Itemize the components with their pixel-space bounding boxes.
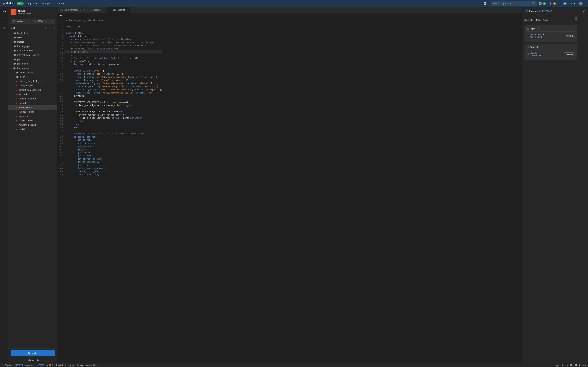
tree-item-hook_data[interactable]: hook_data <box>9 31 57 35</box>
issues-link[interactable]: 10 <box>538 1 547 6</box>
svg-point-13 <box>35 365 35 366</box>
search-placeholder: Search or jump to... <box>493 2 513 5</box>
job-row[interactable]: ✓dont-interrupt-me#551362928View log <box>527 32 575 40</box>
tree-item-namespace-rb[interactable]: ◆namespace.rb <box>9 118 57 123</box>
tree-item-kubernetes[interactable]: kubernetes <box>9 66 57 70</box>
modified-icon <box>53 107 55 108</box>
project-header[interactable]: GitLab gitlab-org/gitlab <box>9 7 57 17</box>
new-folder-icon[interactable] <box>52 27 55 29</box>
tree-item-instrumentation[interactable]: instrumentation <box>9 48 57 53</box>
tree-item-config_maps[interactable]: config_maps <box>9 70 57 75</box>
author-avatar <box>49 364 51 366</box>
tree-item-jira_import[interactable]: jira_import <box>9 61 57 66</box>
branch-name: master <box>16 20 23 23</box>
tree-item-default_namespace-rb[interactable]: ◆default_namespace.rb <box>9 88 57 92</box>
edit-mode-tab[interactable]: Edit <box>57 13 67 18</box>
tree-item-kubectl_cmd-rb[interactable]: ◆kubectl_cmd.rb <box>9 109 57 114</box>
stage-sync[interactable]: ✓sync1⌄✓dont-interrupt-me#551362928View … <box>525 25 577 42</box>
branch-icon <box>13 20 15 22</box>
tree-item-network_policy-rb[interactable]: ◆network_policy.rb <box>9 123 57 127</box>
stage-test[interactable]: test1⌄docs lint#551362930View log <box>525 44 577 60</box>
commit-button[interactable]: Commit... <box>11 350 55 356</box>
branch-select[interactable]: master <box>11 19 31 24</box>
mrs-link[interactable]: 5 <box>549 1 557 6</box>
nav-more[interactable]: More▼ <box>55 1 66 6</box>
help-link[interactable]: ?▼ <box>569 1 576 6</box>
success-icon: ✓ <box>527 27 529 30</box>
tab-errorsrb[interactable]: ◆errors.rb✕ <box>88 7 107 13</box>
tree-item-internal_post_receive[interactable]: internal_post_receive <box>9 53 57 57</box>
status-lang[interactable]: ruby <box>582 364 586 366</box>
statusbar: Pipeline #145771847 running for a278742b… <box>0 363 588 367</box>
tab-bar: ◆default_namespac...✕◆errors.rb✕◆kube_cl… <box>57 7 522 13</box>
svg-point-9 <box>14 20 15 21</box>
project-name: GitLab <box>18 10 31 12</box>
nav-groups[interactable]: Groups▼ <box>40 1 53 6</box>
chevron-down-icon: ⌄ <box>573 46 575 48</box>
view-log-button[interactable]: View log <box>564 34 575 38</box>
tree-item-generic_secret-rb[interactable]: ◆generic_secret.rb <box>9 96 57 101</box>
tree-item-i18n[interactable]: i18n <box>9 35 57 40</box>
jobs-tab[interactable]: Jobs2 <box>525 17 533 23</box>
nav-projects[interactable]: Projects▼ <box>25 1 39 6</box>
edit-label: Edit <box>11 26 15 29</box>
tree-item-helm[interactable]: helm <box>9 75 57 79</box>
file-tree[interactable]: hook_datai18nimportimport_exportinstrume… <box>9 30 57 349</box>
code-content[interactable]: # frozen_string_literal: truerequire 'ur… <box>64 18 162 363</box>
running-icon <box>527 53 529 55</box>
close-icon[interactable]: ✕ <box>103 9 104 11</box>
todos-link[interactable]: 10 <box>558 1 568 6</box>
search-icon <box>532 2 535 5</box>
mr-id: !9800 <box>37 20 43 23</box>
expand-icon[interactable] <box>575 17 577 23</box>
ruby-icon: ◆ <box>16 93 17 95</box>
ruby-icon: ◆ <box>16 84 17 86</box>
view-log-button[interactable]: View log <box>564 52 575 56</box>
editor: ◆default_namespac...✕◆errors.rb✕◆kube_cl… <box>57 7 522 363</box>
status-commit[interactable]: a278742b <box>37 364 45 366</box>
code-area[interactable]: 1234567891011121314151617181920212223242… <box>57 18 522 363</box>
tree-item-cluster_role_binding-rb[interactable]: ◆cluster_role_binding.rb <box>9 79 57 83</box>
project-avatar <box>11 9 17 15</box>
failed-jobs-tab[interactable]: Failed Jobs <box>536 17 548 23</box>
search-input[interactable]: Search or jump to... <box>491 1 536 6</box>
tree-item-import_export[interactable]: import_export <box>9 44 57 48</box>
running-icon <box>525 9 528 13</box>
new-file-icon[interactable] <box>43 27 46 29</box>
status-pipeline-label: Pipeline <box>5 364 12 366</box>
tree-item-kube_client-rb[interactable]: ◆kube_client.rb <box>9 105 57 109</box>
chevron-down-icon: ▼ <box>35 3 37 4</box>
code-view-icon[interactable] <box>1 9 7 14</box>
tree-item-config_map-rb[interactable]: ◆config_map.rb <box>9 83 57 88</box>
chevron-down-icon: ▼ <box>50 3 52 4</box>
rocket-icon[interactable] <box>581 9 587 14</box>
ruby-icon: ◆ <box>16 124 17 126</box>
tab-default_namespac[interactable]: ◆default_namespac...✕ <box>57 7 88 13</box>
tree-item-jira[interactable]: jira <box>9 57 57 61</box>
gitlab-logo[interactable]: GitLab <box>2 2 15 5</box>
tree-item-helm-rb[interactable]: ◆helm.rb <box>9 101 57 105</box>
tree-item-errors-rb[interactable]: ◆errors.rb <box>9 92 57 96</box>
chevron-down-icon: ▼ <box>63 3 64 4</box>
status-lineending[interactable]: LF <box>570 364 572 366</box>
close-icon[interactable]: ✕ <box>83 9 85 11</box>
tree-item-import[interactable]: import <box>9 40 57 44</box>
add-button[interactable]: ▼ <box>483 1 490 5</box>
success-icon: ✓ <box>527 35 529 37</box>
status-pipeline-id[interactable]: #145771847 <box>12 364 23 366</box>
status-mr-label: Merge request <box>80 364 92 366</box>
status-cursor[interactable]: 11:18 <box>575 364 580 366</box>
svg-point-7 <box>13 20 14 21</box>
ruby-icon: ◆ <box>16 119 17 121</box>
commit-icon[interactable] <box>1 25 7 31</box>
job-row[interactable]: docs lint#551362930View log <box>527 50 575 58</box>
mr-select[interactable]: !9800 ▼ <box>32 19 55 24</box>
tree-item-logger-rb[interactable]: ◆logger.rb <box>9 114 57 118</box>
tree-item-pod-rb[interactable]: ◆pod.rb <box>9 127 57 131</box>
pipeline-id[interactable]: #145771847 <box>539 10 552 12</box>
collapse-icon[interactable] <box>1 17 7 22</box>
tab-kube_clientrb[interactable]: ◆kube_client.rb <box>107 7 130 13</box>
status-mr-id[interactable]: !9800 <box>93 364 98 366</box>
user-menu[interactable]: ▼ <box>578 1 586 6</box>
upload-icon[interactable] <box>48 27 50 29</box>
